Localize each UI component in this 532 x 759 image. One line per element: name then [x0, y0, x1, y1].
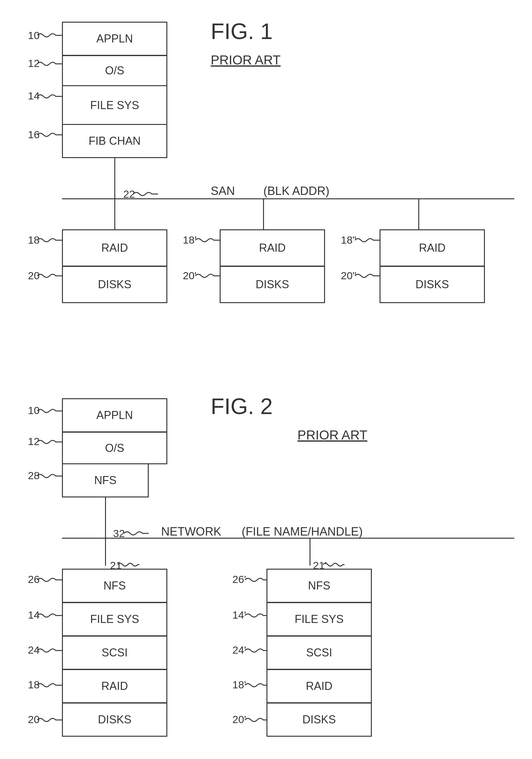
squiggle-26-left [37, 576, 62, 584]
box-disks-3: DISKS [380, 266, 485, 303]
squiggle-22-fig1 [133, 190, 158, 198]
box-appln-fig2: APPLN [62, 398, 167, 432]
ref-20p-fig1: 20' [183, 270, 196, 282]
squiggle-28-fig2 [37, 472, 62, 480]
vline-server-right [310, 538, 311, 566]
box-filesys-right: FILE SYS [266, 602, 372, 636]
box-disks-left: DISKS [62, 702, 167, 737]
squiggle-20p-fig1 [195, 271, 220, 280]
box-disks-right: DISKS [266, 702, 372, 737]
vline-storage1 [114, 198, 115, 229]
squiggle-18-right [245, 681, 270, 690]
vline-client-san [114, 158, 115, 198]
squiggle-14-fig1 [37, 92, 62, 101]
vline-client-network [105, 498, 106, 538]
box-nfs-right: NFS [266, 569, 372, 603]
figure-2: FIG. 2 PRIOR ART 10 12 28 APPLN O/S NFS [19, 387, 513, 759]
fig2-title: FIG. 2 [211, 394, 273, 419]
ref-32-fig2: 32 [113, 528, 125, 539]
fig1-title: FIG. 1 [211, 19, 273, 44]
box-os-fig1: O/S [62, 55, 167, 86]
box-raid-3: RAID [380, 229, 485, 266]
squiggle-20-fig1 [37, 271, 62, 280]
box-appln-fig1: APPLN [62, 22, 167, 56]
box-disks-2: DISKS [220, 266, 325, 303]
ref-26-right: 26' [232, 573, 246, 585]
squiggle-18pp-fig1 [355, 236, 380, 245]
ref-18pp-fig1: 18" [341, 234, 356, 246]
box-fibchan-fig1: FIB CHAN [62, 124, 167, 158]
squiggle-21p-fig2 [323, 561, 345, 569]
squiggle-26-right [245, 576, 270, 584]
squiggle-32-fig2 [124, 529, 149, 538]
fig1-subtitle: PRIOR ART [211, 53, 281, 67]
ref-22-fig1: 22 [123, 188, 135, 200]
ref-14-right: 14' [232, 609, 246, 621]
squiggle-21-fig2 [118, 561, 139, 569]
box-scsi-left: SCSI [62, 636, 167, 670]
squiggle-24-right [245, 646, 270, 655]
squiggle-18-left [37, 681, 62, 690]
box-raid-right: RAID [266, 669, 372, 703]
box-os-fig2: O/S [62, 432, 167, 464]
vline-server-left [105, 538, 106, 566]
squiggle-14-right [245, 611, 270, 620]
box-filesys-fig1: FILE SYS [62, 85, 167, 126]
ref-20-right: 20' [232, 713, 246, 726]
squiggle-16-fig1 [37, 131, 62, 139]
squiggle-18-fig1 [37, 236, 62, 245]
squiggle-20pp-fig1 [355, 271, 380, 280]
vline-storage3 [418, 198, 419, 229]
box-nfs-client-fig2: NFS [62, 463, 149, 498]
fig2-subtitle: PRIOR ART [297, 428, 367, 443]
ref-24-right: 24' [232, 644, 246, 656]
squiggle-12-fig2 [37, 438, 62, 446]
box-scsi-right: SCSI [266, 636, 372, 670]
squiggle-20-right [245, 716, 270, 724]
box-raid-left: RAID [62, 669, 167, 703]
squiggle-20-left [37, 716, 62, 724]
page: FIG. 1 PRIOR ART 10 12 14 16 APPLN O/ [0, 0, 532, 759]
squiggle-12-fig1 [37, 60, 62, 68]
squiggle-10-fig1 [37, 31, 62, 40]
squiggle-10-fig2 [37, 407, 62, 415]
box-disks-1: DISKS [62, 266, 167, 303]
squiggle-18p-fig1 [195, 236, 220, 245]
squiggle-24-left [37, 646, 62, 655]
network-label: NETWORK [161, 525, 221, 538]
ref-20pp-fig1: 20" [341, 270, 356, 282]
ref-18p-fig1: 18' [183, 234, 196, 246]
ref-18-right: 18' [232, 679, 246, 691]
vline-storage2 [263, 198, 264, 229]
box-filesys-left: FILE SYS [62, 602, 167, 636]
figure-1: FIG. 1 PRIOR ART 10 12 14 16 APPLN O/ [19, 13, 513, 369]
box-raid-2: RAID [220, 229, 325, 266]
file-handle-label: (FILE NAME/HANDLE) [242, 525, 363, 538]
san-label: SAN [211, 184, 235, 198]
blk-addr-label: (BLK ADDR) [263, 184, 329, 198]
squiggle-14-left [37, 611, 62, 620]
box-nfs-left: NFS [62, 569, 167, 603]
box-raid-1: RAID [62, 229, 167, 266]
